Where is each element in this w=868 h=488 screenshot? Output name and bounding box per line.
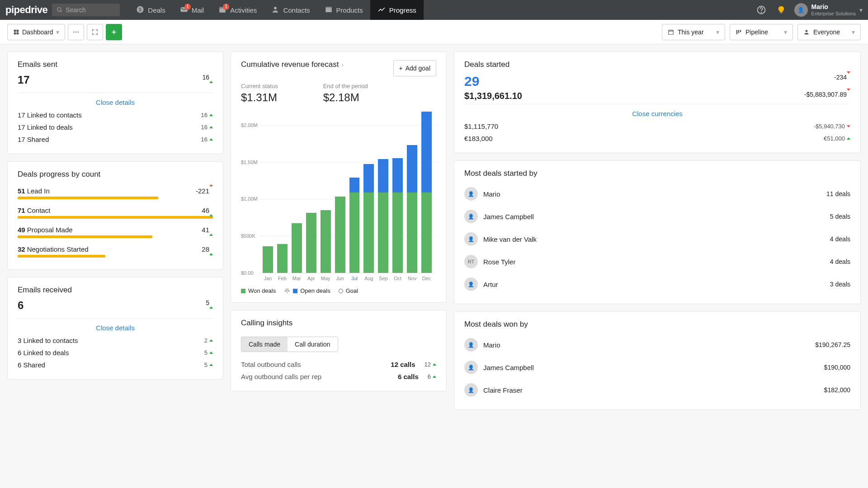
close-details-link[interactable]: Close details [18, 96, 213, 109]
x-axis-label: Nov [407, 276, 417, 281]
caret-up-icon [433, 375, 436, 378]
svg-rect-20 [740, 30, 741, 32]
caret-down-icon [847, 89, 850, 98]
person-row: 👤James Campbell$190,000 [464, 356, 850, 379]
emails-received-card: Emails received 6 5 Close details 3 Link… [7, 277, 223, 380]
add-goal-button[interactable]: +Add goal [393, 60, 436, 76]
chevron-right-icon[interactable]: › [341, 61, 344, 68]
nav-deals[interactable]: $Deals [129, 0, 172, 20]
calendar-icon: 1 [218, 5, 226, 15]
person-value: $190,267.25 [815, 341, 850, 348]
chart-bar[interactable] [363, 164, 374, 273]
svg-point-21 [806, 30, 808, 32]
list-item: Total outbound calls12 calls12 [241, 358, 436, 371]
topbar-right: 👤 Mario Enterprise Solutions ▾ [755, 3, 863, 17]
stage-row: 71Contact46 [18, 203, 213, 219]
user-menu[interactable]: 👤 Mario Enterprise Solutions ▾ [794, 3, 863, 17]
person-name: Mario [483, 341, 500, 349]
chart-bar[interactable] [378, 159, 388, 273]
card-title: Deals started [464, 60, 850, 69]
caret-up-icon [209, 339, 213, 342]
person-value: 11 deals [826, 190, 850, 197]
mail-badge: 1 [184, 4, 191, 10]
progress-bar [18, 216, 213, 219]
caret-down-icon [847, 71, 850, 81]
tab-call-duration[interactable]: Call duration [288, 337, 338, 352]
avatar: 👤 [464, 187, 478, 201]
stat-value: $1.31M [241, 91, 278, 104]
nav-contacts[interactable]: Contacts [264, 0, 317, 20]
person-row: 👤Mike van der Valk4 deals [464, 228, 850, 250]
card-title: Deals progress by count [18, 170, 213, 179]
person-value: $182,000 [824, 386, 850, 394]
stat-value: $2.18M [323, 91, 368, 104]
most-started-card: Most deals started by 👤Mario11 deals👤Jam… [454, 160, 861, 304]
chart-bar[interactable] [263, 246, 273, 273]
avatar: 👤 [464, 210, 478, 223]
close-currencies-link[interactable]: Close currencies [464, 107, 850, 120]
avatar: 👤 [464, 383, 478, 397]
person-value: 3 deals [830, 281, 850, 288]
list-item: 6 Linked to deals5 [18, 347, 213, 359]
dollar-icon: $ [136, 5, 144, 15]
avatar: 👤 [464, 232, 478, 246]
stage-row: 51Lead In-221 [18, 183, 213, 199]
help-button[interactable] [755, 3, 768, 17]
chart-bar[interactable] [392, 158, 403, 273]
box-icon [325, 5, 333, 15]
chart-bar[interactable] [335, 197, 345, 273]
deals-amount: $1,319,661.10 [464, 91, 522, 101]
stat-label: End of the period [323, 83, 368, 89]
chart-bar[interactable] [277, 244, 288, 273]
main-nav: $Deals 1Mail 1Activities Contacts Produc… [129, 0, 424, 20]
emails-recv-total: 6 [18, 299, 24, 312]
chart-bar[interactable] [292, 223, 302, 273]
card-title: Most deals started by [464, 169, 850, 178]
toolbar: Dashboard ▾ ⋯ This year▾ Pipeline▾ Every… [0, 20, 868, 44]
deals-count: 29 [464, 74, 479, 89]
legend-swatch [339, 289, 343, 293]
caret-down-icon [209, 185, 213, 195]
close-details-link[interactable]: Close details [18, 321, 213, 334]
tab-calls-made[interactable]: Calls made [241, 337, 288, 352]
card-title: Calling insights [241, 319, 436, 328]
everyone-dropdown[interactable]: Everyone▾ [797, 24, 861, 40]
caret-up-icon [209, 226, 213, 236]
x-axis-label: Jul [349, 276, 360, 281]
chart-bar[interactable] [349, 178, 360, 273]
svg-rect-8 [326, 8, 332, 12]
person-value: 4 deals [830, 235, 850, 243]
topbar: pipedrive Search $Deals 1Mail 1Activitie… [0, 0, 868, 20]
person-icon [803, 29, 810, 35]
caret-up-icon [847, 137, 850, 140]
chart-bar[interactable] [421, 112, 432, 273]
period-dropdown[interactable]: This year▾ [662, 24, 725, 40]
nav-progress[interactable]: Progress [370, 0, 424, 20]
chart-bar[interactable] [306, 213, 316, 273]
fullscreen-button[interactable] [87, 24, 103, 40]
tips-button[interactable] [774, 3, 788, 17]
person-value: 4 deals [830, 258, 850, 265]
pipeline-dropdown[interactable]: Pipeline▾ [730, 24, 793, 40]
x-axis-label: Feb [277, 276, 288, 281]
nav-products[interactable]: Products [317, 0, 370, 20]
caret-up-icon [209, 114, 213, 116]
search-input[interactable]: Search [52, 4, 120, 16]
chart-bar[interactable] [321, 210, 331, 273]
person-row: 👤Claire Fraser$182,000 [464, 379, 850, 401]
chart-bar[interactable] [407, 145, 417, 273]
add-button[interactable] [106, 24, 122, 40]
nav-activities[interactable]: 1Activities [211, 0, 264, 20]
caret-up-icon [209, 126, 213, 128]
search-icon [57, 7, 63, 13]
more-button[interactable]: ⋯ [68, 24, 84, 40]
x-axis-label: Oct [392, 276, 403, 281]
nav-mail[interactable]: 1Mail [173, 0, 212, 20]
deals-progress-card: Deals progress by count 51Lead In-221 71… [7, 161, 223, 270]
chevron-down-icon: ▾ [56, 28, 59, 36]
person-value: $190,000 [824, 364, 850, 371]
list-item: $1,115,770-$5,940,730 [464, 120, 850, 132]
pipeline-icon [736, 29, 742, 35]
dashboard-dropdown[interactable]: Dashboard ▾ [7, 24, 65, 40]
progress-bar [18, 235, 152, 238]
